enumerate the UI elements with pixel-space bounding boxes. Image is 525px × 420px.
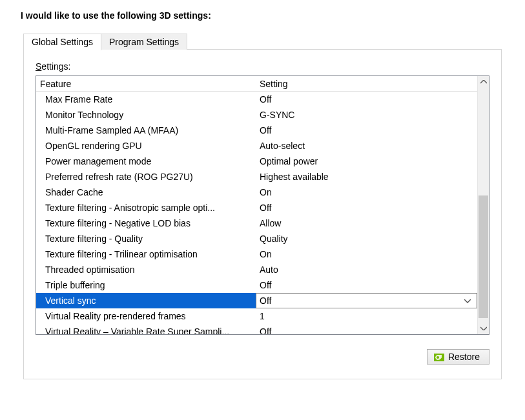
setting-value: Highest available: [260, 169, 329, 185]
feature-cell: OpenGL rendering GPU: [36, 138, 256, 154]
setting-value: 1: [260, 308, 265, 324]
setting-cell: 1: [256, 308, 477, 324]
table-row[interactable]: Threaded optimisationAuto: [36, 262, 477, 277]
setting-cell: On: [256, 185, 477, 200]
setting-value: Off: [260, 200, 271, 215]
settings-label: Settings:: [36, 61, 489, 72]
setting-value: Optimal power: [260, 154, 318, 169]
table-row[interactable]: Virtual Reality – Variable Rate Super Sa…: [36, 324, 477, 334]
setting-cell: Off: [256, 324, 477, 334]
tab-strip: Global Settings Program Settings: [23, 34, 502, 50]
setting-value: Quality: [260, 231, 288, 246]
column-header-setting[interactable]: Setting: [256, 76, 477, 91]
scroll-up-button[interactable]: [478, 76, 489, 88]
scrollbar-track[interactable]: [478, 88, 489, 323]
scroll-down-button[interactable]: [478, 323, 489, 334]
setting-value: Off: [260, 92, 271, 107]
setting-cell: Off: [256, 200, 477, 215]
feature-cell: Virtual Reality pre-rendered frames: [36, 308, 256, 324]
setting-cell: Highest available: [256, 169, 477, 185]
table-row[interactable]: Vertical syncOff: [36, 293, 477, 308]
setting-value: Off: [260, 277, 271, 293]
setting-cell: Auto-select: [256, 138, 477, 154]
feature-cell: Multi-Frame Sampled AA (MFAA): [36, 123, 256, 138]
feature-cell: Triple buffering: [36, 277, 256, 293]
tabpanel-global: Settings: Feature Setting Max Frame Rate…: [24, 50, 501, 379]
setting-cell: Allow: [256, 215, 477, 231]
feature-cell: Power management mode: [36, 154, 256, 169]
table-row[interactable]: Multi-Frame Sampled AA (MFAA)Off: [36, 123, 477, 138]
feature-cell: Threaded optimisation: [36, 262, 256, 277]
setting-cell: Off: [256, 277, 477, 293]
tab-global-settings[interactable]: Global Settings: [23, 34, 101, 50]
feature-cell: Preferred refresh rate (ROG PG27U): [36, 169, 256, 185]
setting-cell: Off: [256, 123, 477, 138]
chevron-down-icon: [480, 326, 487, 330]
column-header-feature[interactable]: Feature: [36, 76, 256, 91]
chevron-up-icon: [480, 80, 487, 84]
table-row[interactable]: Triple bufferingOff: [36, 277, 477, 293]
svg-point-1: [437, 356, 439, 359]
table-row[interactable]: Texture filtering - Negative LOD biasAll…: [36, 215, 477, 231]
table-row[interactable]: Monitor TechnologyG-SYNC: [36, 107, 477, 123]
table-row[interactable]: Virtual Reality pre-rendered frames1: [36, 308, 477, 324]
setting-cell: G-SYNC: [256, 107, 477, 123]
setting-cell: On: [256, 246, 477, 262]
setting-value: On: [260, 246, 272, 262]
table-row[interactable]: Texture filtering - QualityQuality: [36, 231, 477, 246]
table-row[interactable]: Texture filtering - Trilinear optimisati…: [36, 246, 477, 262]
setting-value: Off: [260, 294, 271, 308]
feature-cell: Texture filtering - Anisotropic sample o…: [36, 200, 256, 215]
table-row[interactable]: Preferred refresh rate (ROG PG27U)Highes…: [36, 169, 477, 185]
setting-value: G-SYNC: [260, 107, 294, 123]
table-row[interactable]: Shader CacheOn: [36, 185, 477, 200]
feature-cell: Texture filtering - Negative LOD bias: [36, 215, 256, 231]
setting-cell: Off: [256, 92, 477, 107]
feature-cell: Monitor Technology: [36, 107, 256, 123]
setting-cell: Auto: [256, 262, 477, 277]
table-row[interactable]: Power management modeOptimal power: [36, 154, 477, 169]
settings-grid: Feature Setting Max Frame RateOffMonitor…: [36, 75, 489, 335]
setting-dropdown[interactable]: Off: [256, 293, 477, 308]
restore-button[interactable]: Restore: [427, 349, 489, 365]
setting-value: On: [260, 185, 272, 200]
vertical-scrollbar[interactable]: [477, 76, 489, 334]
page-title: I would like to use the following 3D set…: [21, 10, 502, 21]
feature-cell: Shader Cache: [36, 185, 256, 200]
chevron-down-icon: [462, 294, 473, 308]
feature-cell: Virtual Reality – Variable Rate Super Sa…: [36, 324, 256, 334]
nvidia-icon: [434, 353, 444, 361]
setting-value: Auto-select: [260, 138, 305, 154]
feature-cell: Max Frame Rate: [36, 92, 256, 107]
setting-cell: Quality: [256, 231, 477, 246]
setting-value: Off: [260, 123, 271, 138]
setting-value: Allow: [260, 215, 281, 231]
grid-header: Feature Setting: [36, 76, 477, 92]
table-row[interactable]: Texture filtering - Anisotropic sample o…: [36, 200, 477, 215]
restore-label: Restore: [448, 352, 480, 362]
feature-cell: Texture filtering - Quality: [36, 231, 256, 246]
feature-cell: Texture filtering - Trilinear optimisati…: [36, 246, 256, 262]
scrollbar-thumb[interactable]: [479, 195, 488, 317]
feature-cell: Vertical sync: [36, 293, 256, 308]
tab-program-settings[interactable]: Program Settings: [101, 34, 187, 50]
setting-value: Off: [260, 324, 271, 334]
table-row[interactable]: Max Frame RateOff: [36, 92, 477, 107]
table-row[interactable]: OpenGL rendering GPUAuto-select: [36, 138, 477, 154]
setting-value: Auto: [260, 262, 278, 277]
setting-cell: Optimal power: [256, 154, 477, 169]
